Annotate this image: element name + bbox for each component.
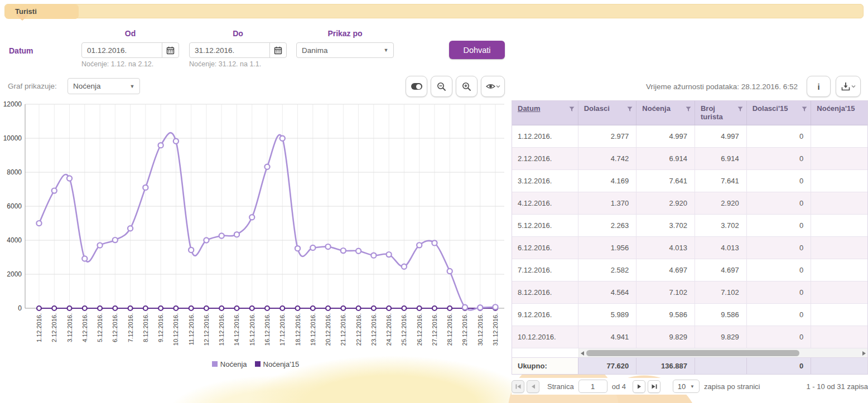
cell-datum: 6.12.2016. bbox=[512, 237, 578, 259]
download-button[interactable] bbox=[836, 76, 861, 97]
dohvati-button[interactable]: Dohvati bbox=[449, 41, 505, 59]
prev-page-button[interactable] bbox=[527, 380, 539, 393]
table-row[interactable]: 1.12.2016.2.9774.9974.9970 bbox=[512, 125, 867, 148]
cell-value: 0 bbox=[747, 148, 812, 170]
svg-text:13.12.2016.: 13.12.2016. bbox=[218, 313, 225, 346]
cell-value: 2.263 bbox=[578, 215, 637, 237]
date-from-value[interactable]: 01.12.2016. bbox=[82, 46, 162, 55]
svg-text:11.12.2016.: 11.12.2016. bbox=[188, 313, 195, 345]
svg-text:15.12.2016.: 15.12.2016. bbox=[249, 313, 255, 346]
table-row[interactable]: 5.12.2016.2.2633.7023.7020 bbox=[512, 215, 867, 237]
last-page-button[interactable] bbox=[648, 380, 660, 393]
zoom-in-button[interactable] bbox=[456, 76, 478, 97]
page-size-select[interactable]: 10 ▼ bbox=[673, 380, 700, 393]
scroll-right-icon[interactable] bbox=[861, 348, 867, 358]
column-header-no-enja[interactable]: Noćenja bbox=[636, 101, 695, 125]
cell-value: 4.169 bbox=[578, 170, 637, 192]
svg-text:3.12.2016.: 3.12.2016. bbox=[66, 313, 73, 342]
cell-value bbox=[811, 237, 867, 259]
table-row[interactable]: 7.12.2016.2.5824.6974.6970 bbox=[512, 259, 867, 281]
filter-icon[interactable] bbox=[802, 105, 807, 114]
cell-value: 4.697 bbox=[695, 259, 747, 281]
date-to-value[interactable]: 31.12.2016. bbox=[190, 46, 269, 55]
column-header-dolasci[interactable]: Dolasci bbox=[578, 101, 637, 125]
line-chart[interactable]: 0200040006000800010000120001.12.2016.2.1… bbox=[3, 100, 508, 360]
svg-text:31.12.2016.: 31.12.2016. bbox=[492, 313, 499, 346]
table-row[interactable]: 3.12.2016.4.1697.6417.6410 bbox=[512, 170, 867, 192]
table-row[interactable]: 6.12.2016.1.9564.0134.0130 bbox=[512, 237, 867, 259]
svg-text:29.12.2016.: 29.12.2016. bbox=[461, 313, 468, 346]
next-page-icon bbox=[637, 384, 642, 389]
cell-value: 3.702 bbox=[636, 215, 695, 237]
legend-swatch bbox=[255, 361, 261, 367]
table-row[interactable]: 10.12.2016.4.9419.8299.8290 bbox=[512, 326, 867, 348]
cell-value: 4.997 bbox=[636, 125, 695, 148]
table-row[interactable]: 9.12.2016.5.9899.5869.5860 bbox=[512, 304, 867, 326]
page-number-input[interactable] bbox=[578, 380, 607, 393]
column-label: Noćenja bbox=[642, 105, 671, 113]
filter-icon[interactable] bbox=[569, 105, 575, 114]
cell-value: 4.697 bbox=[636, 259, 695, 281]
svg-text:17.12.2016.: 17.12.2016. bbox=[279, 313, 286, 346]
cell-value: 4.742 bbox=[578, 148, 637, 170]
svg-text:21.12.2016.: 21.12.2016. bbox=[340, 313, 346, 346]
legend-item[interactable]: Noćenja bbox=[212, 360, 247, 368]
horizontal-scrollbar[interactable] bbox=[578, 348, 867, 357]
zoom-out-button[interactable] bbox=[431, 76, 452, 97]
first-page-button[interactable] bbox=[512, 380, 524, 393]
legend-swatch bbox=[212, 361, 218, 367]
svg-text:2000: 2000 bbox=[7, 270, 22, 278]
cell-datum: 7.12.2016. bbox=[512, 259, 578, 281]
cell-value: 3.702 bbox=[695, 215, 747, 237]
date-from-field[interactable]: 01.12.2016. bbox=[81, 42, 179, 58]
svg-text:19.12.2016.: 19.12.2016. bbox=[310, 313, 316, 346]
svg-text:16.12.2016.: 16.12.2016. bbox=[264, 313, 271, 346]
table-row[interactable]: 2.12.2016.4.7426.9146.9140 bbox=[512, 148, 867, 170]
date-to-field[interactable]: 31.12.2016. bbox=[189, 42, 287, 58]
cell-value: 4.997 bbox=[695, 125, 747, 148]
svg-text:18.12.2016.: 18.12.2016. bbox=[295, 313, 301, 346]
cell-value: 4.564 bbox=[578, 281, 637, 304]
cell-value: 9.586 bbox=[695, 304, 747, 326]
page-size-value: 10 bbox=[673, 382, 690, 391]
table-row[interactable]: 4.12.2016.1.3702.9202.9200 bbox=[512, 192, 867, 215]
chart-toggle-button[interactable] bbox=[406, 76, 427, 97]
tab-caret bbox=[16, 14, 29, 21]
calendar-icon[interactable] bbox=[162, 43, 179, 57]
cell-value: 0 bbox=[747, 326, 812, 348]
cell-value: 7.641 bbox=[695, 170, 747, 192]
filter-icon[interactable] bbox=[737, 105, 743, 114]
total-value: 77.620 bbox=[578, 358, 637, 374]
cell-value: 0 bbox=[747, 192, 812, 215]
page-count-label: od 4 bbox=[612, 382, 626, 391]
table-row[interactable]: 8.12.2016.4.5647.1027.1020 bbox=[512, 281, 867, 304]
column-header-dolasci-15[interactable]: Dolasci'15 bbox=[747, 101, 812, 125]
scrollbar-thumb[interactable] bbox=[586, 350, 799, 356]
total-value bbox=[695, 358, 747, 374]
filter-icon[interactable] bbox=[627, 105, 633, 114]
cell-value: 2.920 bbox=[636, 192, 695, 215]
do-label: Do bbox=[189, 29, 287, 38]
cell-datum: 9.12.2016. bbox=[512, 304, 578, 326]
series-visibility-button[interactable] bbox=[481, 76, 505, 97]
graf-prikazuje-select[interactable]: Noćenja ▼ bbox=[67, 78, 140, 94]
stranica-label: Stranica bbox=[547, 382, 574, 391]
cell-datum: 3.12.2016. bbox=[512, 170, 578, 192]
scroll-left-icon[interactable] bbox=[579, 348, 586, 358]
prikaz-po-select[interactable]: Danima ▼ bbox=[296, 42, 394, 58]
column-header-datum[interactable]: Datum bbox=[512, 101, 578, 125]
calendar-icon[interactable] bbox=[269, 43, 286, 57]
legend-item[interactable]: Noćenja'15 bbox=[255, 360, 300, 368]
prikaz-po-label: Prikaz po bbox=[296, 29, 394, 38]
info-button[interactable]: i bbox=[807, 76, 831, 97]
column-header-broj-turista[interactable]: Broj turista bbox=[695, 101, 747, 125]
next-page-button[interactable] bbox=[633, 380, 645, 393]
column-header-no-enja-15[interactable]: Noćenja'15 bbox=[811, 101, 867, 125]
date-from-hint: Noćenje: 1.12. na 2.12. bbox=[81, 60, 153, 68]
svg-text:28.12.2016.: 28.12.2016. bbox=[446, 313, 453, 346]
column-label: Broj turista bbox=[701, 105, 737, 122]
cell-value bbox=[811, 281, 867, 304]
prev-page-icon bbox=[531, 384, 536, 389]
table-total-row: Ukupno:77.620136.8870 bbox=[512, 358, 867, 375]
filter-icon[interactable] bbox=[686, 105, 691, 114]
